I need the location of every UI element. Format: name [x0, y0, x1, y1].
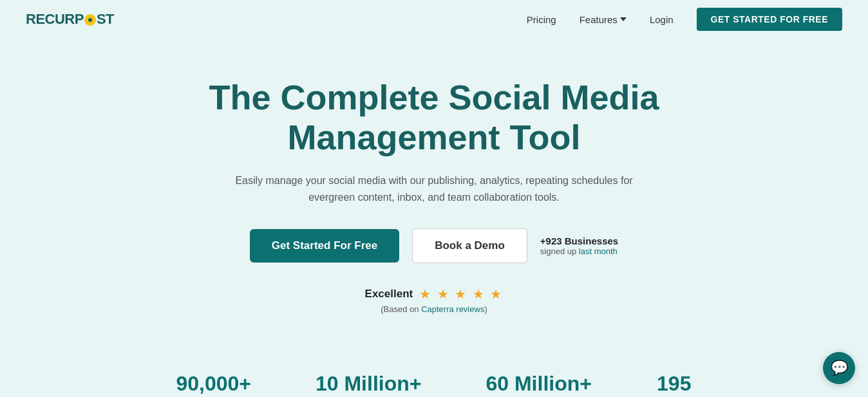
businesses-badge: +923 Businesses signed up last month — [540, 235, 618, 256]
stat-number: 10 Million+ — [316, 372, 421, 396]
chat-icon: 💬 — [831, 361, 848, 375]
businesses-count: +923 Businesses — [540, 235, 618, 246]
navbar: RECURPST Pricing Features Login GET STAR… — [0, 0, 868, 39]
stars: ★ ★ ★ ★ ★ — [419, 286, 503, 302]
stat-item: 10 Million+Posts Shared — [316, 372, 421, 397]
capterra-link[interactable]: Capterra reviews — [421, 304, 484, 314]
hero-section: The Complete Social Media Management Too… — [0, 39, 868, 359]
stat-item: 60 Million+Users Engaged — [486, 372, 591, 397]
nav-features[interactable]: Features — [580, 14, 627, 25]
nav-links: Pricing Features Login GET STARTED FOR F… — [527, 8, 842, 31]
capterra-line: (Based on Capterra reviews) — [26, 304, 842, 314]
chevron-down-icon — [620, 17, 627, 21]
chat-bubble-button[interactable]: 💬 — [823, 352, 855, 384]
capterra-close: ) — [484, 304, 487, 314]
nav-cta-button[interactable]: GET STARTED FOR FREE — [697, 8, 842, 31]
get-started-button[interactable]: Get Started For Free — [250, 229, 399, 263]
logo-o-icon — [84, 14, 96, 26]
nav-features-label: Features — [580, 14, 618, 25]
logo[interactable]: RECURPST — [26, 11, 114, 28]
hero-buttons: Get Started For Free Book a Demo +923 Bu… — [26, 228, 842, 263]
rating-label: Excellent — [365, 288, 413, 300]
stat-item: 195Countries — [656, 372, 692, 397]
stat-number: 195 — [656, 372, 692, 396]
hero-subtitle: Easily manage your social media with our… — [228, 172, 640, 205]
nav-pricing[interactable]: Pricing — [527, 14, 556, 25]
businesses-sub-month: last month — [579, 246, 618, 256]
stats-section: 90,000+Businesses served10 Million+Posts… — [0, 359, 868, 397]
stat-number: 90,000+ — [176, 372, 251, 396]
capterra-text: (Based on — [381, 304, 421, 314]
rating-line: Excellent ★ ★ ★ ★ ★ — [26, 286, 842, 302]
nav-login[interactable]: Login — [650, 14, 674, 25]
logo-text: RECURPST — [26, 11, 114, 28]
ratings-section: Excellent ★ ★ ★ ★ ★ (Based on Capterra r… — [26, 286, 842, 314]
hero-title: The Complete Social Media Management Too… — [209, 77, 659, 157]
stat-item: 90,000+Businesses served — [176, 372, 251, 397]
book-demo-button[interactable]: Book a Demo — [412, 228, 527, 263]
businesses-sub: signed up last month — [540, 246, 618, 256]
stat-number: 60 Million+ — [486, 372, 591, 396]
